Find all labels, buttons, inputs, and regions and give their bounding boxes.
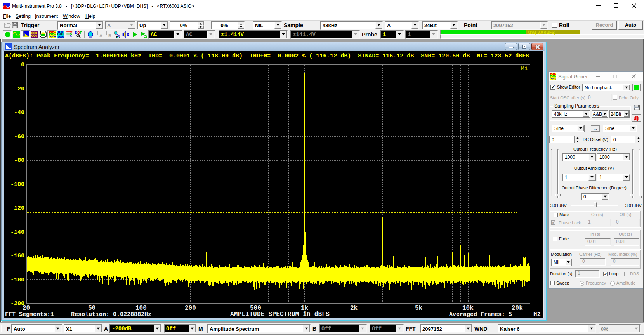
svg-text:A: A: [99, 33, 102, 38]
svg-text:P: P: [80, 31, 82, 35]
svg-text:DUT: DUT: [57, 32, 64, 36]
svg-text:B: B: [108, 33, 111, 38]
